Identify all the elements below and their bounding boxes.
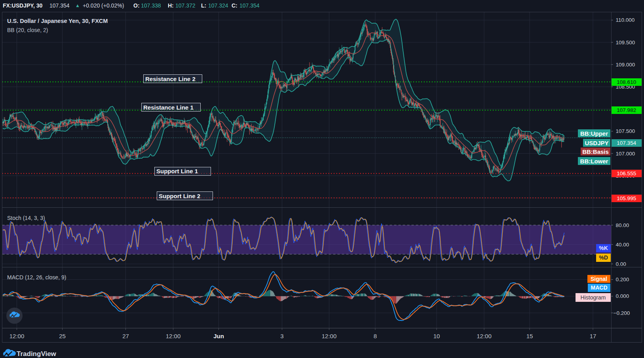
svg-text:TradingView: TradingView: [17, 350, 57, 358]
